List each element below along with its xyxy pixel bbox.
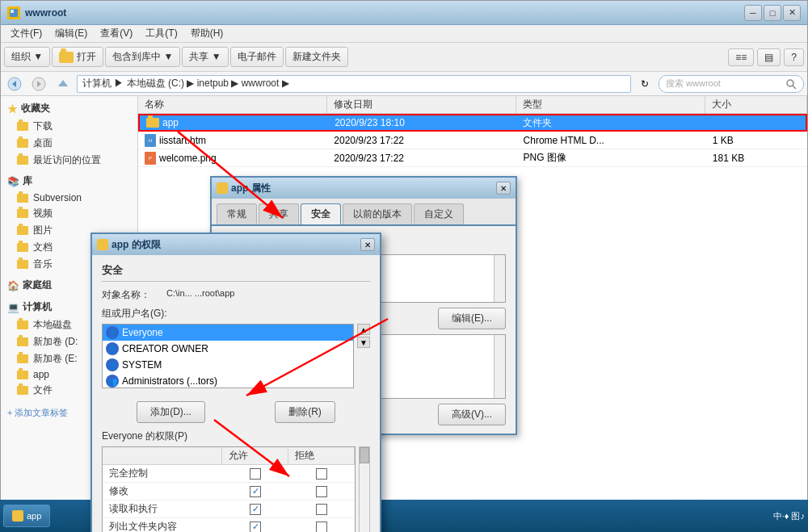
toolbar-include-lib[interactable]: 包含到库中 ▼ xyxy=(105,47,180,67)
window-title: wwwroot xyxy=(25,7,66,19)
menu-edit[interactable]: 编辑(E) xyxy=(48,25,94,42)
checkbox[interactable] xyxy=(316,522,327,533)
checkbox[interactable]: ✓ xyxy=(250,522,261,533)
dialog-close-button[interactable]: ✕ xyxy=(496,182,511,195)
perms-table: 允许 拒绝 完全控制 修改 ✓ 读取和执行 ✓ xyxy=(102,446,356,532)
folder-icon xyxy=(17,194,28,203)
scroll-down-btn[interactable]: ▼ xyxy=(357,337,370,348)
perm-name: 修改 xyxy=(103,484,222,498)
library-icon: 📚 xyxy=(7,176,19,187)
table-row[interactable]: P welcome.png 2020/9/23 17:22 PNG 图像 181… xyxy=(138,149,807,167)
file-date-cell: 2020/9/23 18:10 xyxy=(328,117,516,128)
taskbar-folder-icon xyxy=(12,510,23,522)
file-type-cell: 文件夹 xyxy=(516,116,705,130)
perm-deny-check[interactable] xyxy=(288,468,355,480)
up-button[interactable] xyxy=(53,75,74,93)
checkbox[interactable] xyxy=(316,504,327,515)
scroll-up-btn[interactable]: ▲ xyxy=(357,324,370,335)
menu-tools[interactable]: 工具(T) xyxy=(139,25,183,42)
perm-allow-check[interactable] xyxy=(222,468,288,480)
scrollbar[interactable] xyxy=(494,335,505,398)
file-type-cell: PNG 图像 xyxy=(517,151,706,165)
file-date-cell: 2020/9/23 17:22 xyxy=(327,153,516,164)
user-creator-owner[interactable]: 👤 CREATOR OWNER xyxy=(103,341,353,357)
perm-row-read-exec: 读取和执行 ✓ xyxy=(103,501,355,518)
toolbar-email[interactable]: 电子邮件 xyxy=(230,47,284,67)
file-type-cell: Chrome HTML D... xyxy=(517,135,706,146)
close-button[interactable]: ✕ xyxy=(783,5,801,21)
tab-share[interactable]: 共享 xyxy=(259,203,299,224)
col-name[interactable]: 名称 xyxy=(138,96,327,113)
edit-button[interactable]: 编辑(E)... xyxy=(438,308,506,329)
remove-button[interactable]: 删除(R) xyxy=(275,401,335,423)
library-header[interactable]: 📚 库 xyxy=(1,172,137,191)
help-btn[interactable]: ? xyxy=(784,48,804,66)
sidebar-item-subversion[interactable]: Subversion xyxy=(1,191,137,205)
perm-deny-check[interactable] xyxy=(288,522,355,533)
perms-for-label: Everyone 的权限(P) xyxy=(102,429,370,443)
tab-security[interactable]: 安全 xyxy=(301,203,341,224)
add-button[interactable]: 添加(D)... xyxy=(137,401,205,423)
sidebar-item-recent[interactable]: 最近访问的位置 xyxy=(1,152,137,169)
perm-row-full: 完全控制 xyxy=(103,465,355,483)
perm-allow-check[interactable]: ✓ xyxy=(222,504,288,515)
file-size-cell: 1 KB xyxy=(706,135,807,146)
sidebar-item-desktop[interactable]: 桌面 xyxy=(1,135,137,152)
forward-button[interactable] xyxy=(28,75,49,93)
scrollbar[interactable] xyxy=(494,255,505,302)
file-name-cell: P welcome.png xyxy=(138,152,327,165)
col-date[interactable]: 修改日期 xyxy=(327,96,516,113)
maximize-button[interactable]: □ xyxy=(764,5,781,21)
table-row[interactable]: app 2020/9/23 18:10 文件夹 xyxy=(138,114,807,132)
toolbar-open[interactable]: 打开 xyxy=(52,47,103,67)
menu-help[interactable]: 帮助(H) xyxy=(184,25,230,42)
menu-file[interactable]: 文件(F) xyxy=(4,25,48,42)
perms-table-header: 允许 拒绝 xyxy=(103,447,355,465)
svg-line-8 xyxy=(793,86,796,89)
perm-deny-check[interactable] xyxy=(288,486,355,497)
favorites-header[interactable]: ★ 收藏夹 xyxy=(1,99,137,118)
user-everyone[interactable]: 👤 Everyone xyxy=(103,325,353,341)
tab-general[interactable]: 常规 xyxy=(217,203,257,224)
dialog-title-bar: app 的权限 ✕ xyxy=(92,234,380,255)
sidebar-item-download[interactable]: 下载 xyxy=(1,118,137,135)
folder-icon xyxy=(17,260,28,269)
back-button[interactable] xyxy=(4,75,25,93)
checkbox[interactable] xyxy=(250,468,261,480)
perm-allow-check[interactable]: ✓ xyxy=(222,522,288,533)
search-box[interactable]: 搜索 wwwroot xyxy=(659,75,804,93)
checkbox[interactable] xyxy=(316,486,327,497)
perms-scrollbar[interactable] xyxy=(359,446,370,532)
folder-icon xyxy=(17,209,28,218)
tab-custom[interactable]: 自定义 xyxy=(414,203,464,224)
perm-allow-check[interactable]: ✓ xyxy=(222,486,288,497)
table-row[interactable]: H iisstart.htm 2020/9/23 17:22 Chrome HT… xyxy=(138,132,807,149)
menu-view[interactable]: 查看(V) xyxy=(94,25,139,42)
disk-icon xyxy=(17,354,28,363)
toolbar-new-folder[interactable]: 新建文件夹 xyxy=(285,47,348,67)
address-bar: 计算机 ▶ 本地磁盘 (C:) ▶ inetpub ▶ wwwroot ▶ ↻ … xyxy=(1,72,807,96)
taskbar-item[interactable]: app xyxy=(3,505,50,527)
checkbox[interactable] xyxy=(316,468,327,480)
col-size[interactable]: 大小 xyxy=(705,96,807,113)
perms-name-header xyxy=(103,447,222,464)
advanced-button[interactable]: 高级(V)... xyxy=(438,404,506,425)
toolbar-organize[interactable]: 组织 ▼ xyxy=(4,47,50,67)
sidebar-item-video[interactable]: 视频 xyxy=(1,205,137,222)
checkbox[interactable]: ✓ xyxy=(250,486,261,497)
checkbox[interactable]: ✓ xyxy=(250,504,261,515)
preview-pane-btn[interactable]: ▤ xyxy=(757,48,781,66)
user-administrators[interactable]: 👥 Administrators (...tors) xyxy=(103,373,353,388)
minimize-button[interactable]: ─ xyxy=(744,5,762,21)
refresh-button[interactable]: ↻ xyxy=(634,75,655,93)
folder-icon xyxy=(17,386,28,395)
dialog-close-button[interactable]: ✕ xyxy=(360,238,375,251)
user-system[interactable]: 👤 SYSTEM xyxy=(103,357,353,373)
address-path[interactable]: 计算机 ▶ 本地磁盘 (C:) ▶ inetpub ▶ wwwroot ▶ xyxy=(77,75,631,93)
folder-icon xyxy=(97,239,108,250)
toolbar-share[interactable]: 共享 ▼ xyxy=(182,47,228,67)
tab-history[interactable]: 以前的版本 xyxy=(343,203,412,224)
view-toggle-btn[interactable]: ≡≡ xyxy=(728,48,754,66)
col-type[interactable]: 类型 xyxy=(516,96,705,113)
perm-deny-check[interactable] xyxy=(288,504,355,515)
